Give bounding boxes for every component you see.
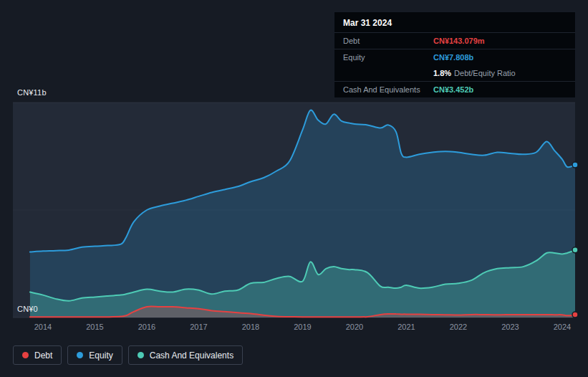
cash-color-dot-icon (138, 352, 144, 358)
tooltip-date: Mar 31 2024 (334, 12, 575, 32)
tooltip-equity-label: Equity (343, 52, 433, 62)
equity-end-dot[interactable] (572, 162, 578, 168)
x-tick-label: 2014 (34, 323, 52, 331)
legend-debt-label: Debt (34, 350, 52, 361)
x-tick-label: 2015 (86, 323, 103, 331)
debt-equity-history-chart-panel: 2014201520162017201820192020202120222023… (0, 0, 588, 377)
tooltip-row-ratio: 1.8%Debt/Equity Ratio (334, 65, 575, 81)
tooltip-debt-label: Debt (343, 36, 433, 46)
tooltip-cash-value: CN¥3.452b (433, 85, 567, 95)
chart-tooltip: Mar 31 2024 Debt CN¥143.079m Equity CN¥7… (334, 11, 576, 98)
legend-cash-label: Cash And Equivalents (150, 350, 233, 361)
x-tick-label: 2022 (450, 323, 467, 331)
tooltip-ratio-value: 1.8%Debt/Equity Ratio (433, 68, 567, 78)
equity-color-dot-icon (77, 352, 83, 358)
y-axis-label-top: CN¥11b (17, 88, 47, 97)
tooltip-row-cash: Cash And Equivalents CN¥3.452b (334, 82, 575, 97)
debt-color-dot-icon (22, 352, 29, 358)
x-tick-label: 2020 (346, 323, 363, 331)
tooltip-cash-label: Cash And Equivalents (343, 85, 433, 95)
x-tick-label: 2021 (397, 323, 415, 331)
tooltip-row-equity: Equity CN¥7.808b (334, 49, 575, 65)
x-tick-label: 2016 (138, 323, 155, 331)
legend-item-equity[interactable]: Equity (67, 345, 122, 365)
tooltip-ratio-label: Debt/Equity Ratio (454, 69, 516, 77)
cash-and-equivalents-end-dot[interactable] (572, 247, 578, 253)
tooltip-ratio-percent: 1.8% (433, 69, 451, 77)
legend-equity-label: Equity (89, 350, 112, 361)
legend-item-cash[interactable]: Cash And Equivalents (128, 345, 243, 365)
legend-item-debt[interactable]: Debt (13, 345, 62, 365)
chart-legend: Debt Equity Cash And Equivalents (13, 345, 243, 365)
x-tick-label: 2024 (554, 323, 571, 331)
x-tick-label: 2019 (294, 323, 311, 331)
x-tick-label: 2017 (190, 323, 207, 331)
debt-end-dot[interactable] (572, 312, 578, 318)
y-axis-label-zero: CN¥0 (17, 305, 38, 313)
tooltip-debt-value: CN¥143.079m (433, 36, 567, 46)
tooltip-equity-value: CN¥7.808b (433, 52, 567, 62)
x-tick-label: 2018 (242, 323, 259, 331)
x-tick-label: 2023 (501, 323, 519, 331)
tooltip-row-debt: Debt CN¥143.079m (334, 33, 575, 49)
